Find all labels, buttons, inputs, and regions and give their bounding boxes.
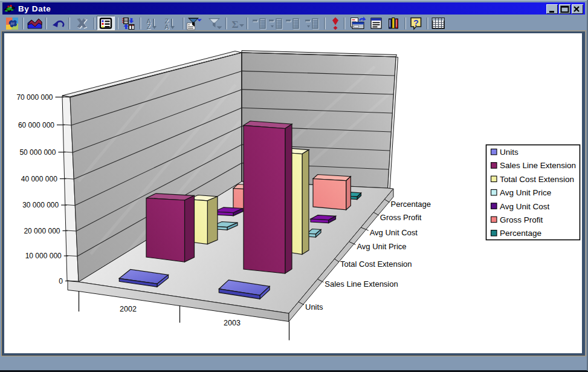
svg-text:Units: Units: [305, 302, 323, 312]
svg-text:Avg Unit Cost: Avg Unit Cost: [370, 228, 418, 237]
svg-text:70 000 000: 70 000 000: [16, 93, 53, 102]
svg-text:?: ?: [413, 18, 419, 28]
svg-text:Avg Unit Price: Avg Unit Price: [357, 242, 406, 251]
svg-text:2002: 2002: [120, 305, 137, 313]
svg-text:0: 0: [59, 277, 63, 286]
svg-text:Z: Z: [147, 23, 151, 30]
svg-text:Sales Line Extension: Sales Line Extension: [325, 279, 398, 289]
svg-text:Gross Profit: Gross Profit: [380, 213, 422, 222]
svg-text:40 000 000: 40 000 000: [21, 175, 57, 183]
svg-text:Gross Profit: Gross Profit: [500, 215, 543, 224]
svg-text:Percentage: Percentage: [391, 200, 431, 209]
svg-text:20 000 000: 20 000 000: [24, 227, 60, 235]
svg-text:Percentage: Percentage: [500, 229, 541, 238]
svg-text:50 000 000: 50 000 000: [19, 148, 56, 157]
svg-text:Sales Line Extension: Sales Line Extension: [500, 161, 576, 170]
svg-text:Avg Unit Price: Avg Unit Price: [500, 188, 551, 197]
svg-text:Total Cost Extension: Total Cost Extension: [500, 175, 574, 184]
svg-text:A: A: [164, 23, 169, 30]
svg-text:2003: 2003: [224, 319, 241, 327]
svg-text:Units: Units: [500, 148, 519, 157]
svg-text:60 000 000: 60 000 000: [18, 121, 54, 129]
svg-text:Avg Unit Cost: Avg Unit Cost: [500, 202, 550, 211]
svg-text:Total Cost Extension: Total Cost Extension: [340, 259, 412, 269]
svg-text:10 000 000: 10 000 000: [25, 252, 62, 260]
svg-text:30 000 000: 30 000 000: [22, 201, 59, 209]
svg-text:Σ: Σ: [231, 19, 238, 30]
svg-text:By Date: By Date: [18, 4, 51, 13]
